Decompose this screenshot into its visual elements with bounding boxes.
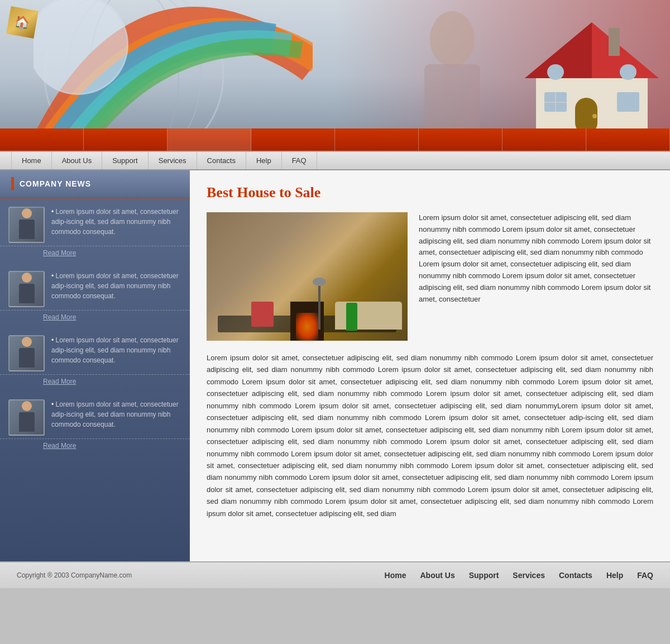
header-tab-5[interactable] bbox=[335, 128, 419, 151]
news-item-4: Lorem ipsum dolor sit amet, consectetuer… bbox=[0, 391, 190, 439]
footer-nav-support[interactable]: Support bbox=[469, 571, 499, 580]
person-head-3 bbox=[22, 337, 32, 347]
header-tab-6[interactable] bbox=[419, 128, 502, 151]
header-tab-2[interactable] bbox=[84, 128, 168, 151]
svg-rect-10 bbox=[609, 28, 620, 56]
sidebar-header: COMPANY NEWS bbox=[0, 170, 190, 198]
header-person-image bbox=[396, 11, 508, 128]
header-tab-4[interactable] bbox=[251, 128, 335, 151]
person-body-4 bbox=[19, 412, 35, 432]
footer: Copyright ® 2003 CompanyName.com Home Ab… bbox=[0, 561, 670, 588]
footer-nav-services[interactable]: Services bbox=[513, 571, 545, 580]
news-thumb-2 bbox=[8, 271, 45, 307]
news-thumb-1 bbox=[8, 207, 45, 243]
footer-navigation: Home About Us Support Services Contacts … bbox=[385, 571, 653, 580]
person-head-2 bbox=[22, 273, 32, 283]
footer-nav-home[interactable]: Home bbox=[385, 571, 406, 580]
nav-faq[interactable]: FAQ bbox=[282, 152, 317, 169]
room-sofa bbox=[335, 302, 402, 330]
sidebar-title: COMPANY NEWS bbox=[20, 179, 91, 188]
svg-rect-14 bbox=[617, 92, 639, 112]
room-image bbox=[207, 212, 408, 341]
nav-support[interactable]: Support bbox=[102, 152, 149, 169]
footer-nav-about[interactable]: About Us bbox=[420, 571, 454, 580]
room-lamp-pole bbox=[318, 285, 320, 330]
svg-rect-19 bbox=[547, 64, 564, 80]
read-more-2[interactable]: Read More bbox=[0, 311, 190, 327]
news-text-3: Lorem ipsum dolor sit amet, consectetuer… bbox=[51, 335, 181, 371]
room-plant bbox=[346, 303, 357, 331]
nav-services[interactable]: Services bbox=[149, 152, 197, 169]
footer-nav-help[interactable]: Help bbox=[606, 571, 623, 580]
logo-box: 🏠 bbox=[6, 6, 39, 39]
main-content: COMPANY NEWS Lorem ipsum dolor sit amet,… bbox=[0, 170, 670, 561]
news-text-1: Lorem ipsum dolor sit amet, consectetuer… bbox=[51, 207, 181, 243]
svg-rect-20 bbox=[620, 64, 636, 80]
read-more-4[interactable]: Read More bbox=[0, 439, 190, 455]
person-body-1 bbox=[19, 220, 35, 239]
news-item-2: Lorem ipsum dolor sit amet, consectetuer… bbox=[0, 263, 190, 311]
sidebar: COMPANY NEWS Lorem ipsum dolor sit amet,… bbox=[0, 170, 190, 561]
header-tab-7[interactable] bbox=[502, 128, 586, 151]
svg-rect-6 bbox=[424, 64, 480, 128]
header-tab-3[interactable] bbox=[168, 128, 251, 151]
svg-point-5 bbox=[430, 11, 475, 67]
header: 🏠 bbox=[0, 0, 670, 151]
read-more-3[interactable]: Read More bbox=[0, 375, 190, 391]
nav-contacts[interactable]: Contacts bbox=[197, 152, 246, 169]
room-fireplace-glow bbox=[296, 313, 318, 341]
person-body-2 bbox=[19, 284, 35, 303]
news-thumb-4 bbox=[8, 399, 45, 436]
person-head-4 bbox=[22, 401, 32, 411]
content-area: Best House to Sale Lorem ipsum dolor sit… bbox=[190, 170, 670, 561]
content-right-text: Lorem ipsum dolor sit amet, consectetuer… bbox=[419, 212, 653, 341]
room-lamp-shade bbox=[313, 278, 326, 286]
content-title: Best House to Sale bbox=[207, 184, 653, 201]
header-house-image bbox=[514, 11, 670, 134]
read-more-1[interactable]: Read More bbox=[0, 246, 190, 263]
header-tab-8[interactable] bbox=[586, 128, 670, 151]
person-body-3 bbox=[19, 348, 35, 368]
navigation-bar: Home About Us Support Services Contacts … bbox=[0, 151, 670, 170]
nav-home[interactable]: Home bbox=[11, 152, 52, 169]
person-head-1 bbox=[22, 208, 32, 218]
footer-nav-faq[interactable]: FAQ bbox=[637, 571, 653, 580]
footer-nav-contacts[interactable]: Contacts bbox=[559, 571, 592, 580]
news-item-1: Lorem ipsum dolor sit amet, consectetuer… bbox=[0, 198, 190, 246]
content-body-text: Lorem ipsum dolor sit amet, consectetuer… bbox=[207, 352, 653, 519]
nav-help[interactable]: Help bbox=[246, 152, 282, 169]
sidebar-accent-bar bbox=[11, 177, 14, 190]
svg-point-12 bbox=[592, 114, 597, 118]
header-nav-bar bbox=[0, 128, 670, 151]
news-item-3: Lorem ipsum dolor sit amet, consectetuer… bbox=[0, 327, 190, 375]
nav-about[interactable]: About Us bbox=[52, 152, 102, 169]
content-top-section: Lorem ipsum dolor sit amet, consectetuer… bbox=[207, 212, 653, 341]
news-text-2: Lorem ipsum dolor sit amet, consectetuer… bbox=[51, 271, 181, 307]
news-text-4: Lorem ipsum dolor sit amet, consectetuer… bbox=[51, 399, 181, 436]
header-tab-1[interactable] bbox=[0, 128, 84, 151]
footer-copyright: Copyright ® 2003 CompanyName.com bbox=[17, 571, 132, 579]
news-thumb-3 bbox=[8, 335, 45, 371]
room-chair bbox=[251, 302, 274, 327]
